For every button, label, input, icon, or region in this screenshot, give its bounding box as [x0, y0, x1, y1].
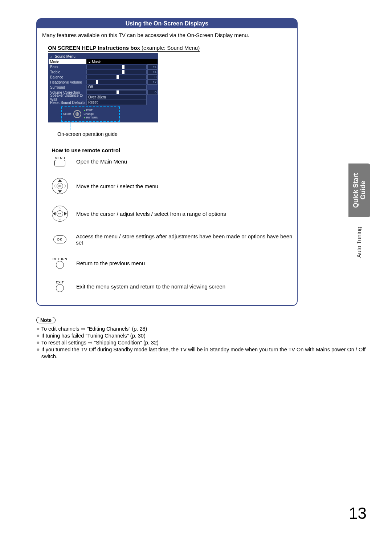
- note-list: ● To edit channels ➡ "Editing Channels" …: [36, 326, 370, 360]
- remote-row-exit: EXIT Exit the menu system and return to …: [52, 280, 297, 292]
- sound-menu-screenshot: Sound Menu Mode Music Bass+4Treble+4Bala…: [48, 53, 158, 122]
- menu-label: Surround: [49, 85, 86, 89]
- tab-quick-start-guide: Quick StartGuide: [348, 163, 370, 217]
- dpad-updown-desc: Move the cursor / select the menu: [76, 183, 158, 189]
- triangle-right-filled-icon: [64, 212, 67, 215]
- exit-desc: Exit the menu system and return to the n…: [76, 283, 225, 290]
- menu-row: Speaker Distance to WallOver 30cm: [49, 95, 158, 100]
- triangle-left-icon: [54, 185, 56, 187]
- menu-field: +4: [86, 69, 158, 74]
- triangle-down-icon: [58, 190, 62, 193]
- triangle-up-icon: [58, 179, 62, 182]
- dpad-ok-icon: OK: [57, 183, 63, 189]
- menu-row-mode: Mode Music: [49, 59, 158, 64]
- menu-row: Reset Sound DefaultsReset: [49, 100, 158, 105]
- slider-track: [86, 75, 147, 79]
- return-button-label: RETURN: [53, 257, 68, 261]
- slider-thumb: [117, 75, 119, 79]
- menu-row: SurroundOff: [49, 85, 158, 90]
- tab-auto-tuning: Auto Tuning: [354, 224, 364, 261]
- left-arrow-icon: [89, 60, 92, 64]
- operation-guide-caption: On-screen operation guide: [57, 131, 297, 137]
- menu-field: Over 30cm: [86, 95, 158, 100]
- guide-select: Select: [63, 112, 71, 116]
- menu-field: Reset: [86, 100, 158, 105]
- menu-label-mode: Mode: [49, 60, 86, 64]
- arrow-right-icon: ➡: [81, 326, 86, 332]
- menu-field: 0: [86, 74, 158, 80]
- bullet-icon: ●: [36, 339, 40, 346]
- side-tabs: Quick StartGuide Auto Tuning: [348, 163, 370, 261]
- menu-value: +4: [147, 64, 158, 69]
- dpad-leftright-icon: OK: [52, 206, 68, 222]
- menu-label: Balance: [49, 75, 86, 79]
- remote-row-dpad-updown: OK Move the cursor / select the menu: [52, 178, 297, 194]
- menu-value: 17: [147, 80, 158, 85]
- slider-track: [86, 90, 147, 94]
- slider-track: [86, 65, 147, 69]
- slider-track: [86, 70, 147, 74]
- arrow-right-icon: ➡: [88, 340, 93, 346]
- slider-thumb: [122, 70, 124, 74]
- help-heading-bold: ON SCREEN HELP Instructions box: [48, 45, 140, 51]
- menu-field: +4: [86, 64, 158, 69]
- bullet-icon: ●: [36, 332, 40, 339]
- menu-row: Balance0: [49, 74, 158, 80]
- guide-return: ● RETURN: [83, 116, 98, 120]
- remote-row-menu: MENU Open the Main Menu: [52, 156, 297, 166]
- operation-guide-box: Select OK ● EXIT Change ● RETURN: [61, 106, 120, 122]
- triangle-left-filled-icon: [53, 212, 56, 215]
- dashed-leader: [70, 122, 78, 130]
- return-desc: Return to the previous menu: [76, 260, 145, 266]
- ok-button-icon: OK: [53, 235, 66, 243]
- slider-thumb: [122, 65, 124, 69]
- exit-button-icon: [56, 284, 64, 292]
- menu-row: Bass+4: [49, 64, 158, 69]
- menu-value: +4: [147, 69, 158, 74]
- dpad-leftright-desc: Move the cursor / adjust levels / select…: [76, 211, 226, 217]
- triangle-up-hollow-icon: [58, 207, 61, 209]
- dpad-updown-icon: OK: [52, 178, 68, 194]
- menu-label: Bass: [49, 65, 86, 69]
- menu-mode-text: Music: [92, 60, 101, 64]
- bullet-icon: ●: [36, 346, 40, 353]
- menu-value: 0: [147, 90, 158, 95]
- help-heading: ON SCREEN HELP Instructions box (example…: [37, 40, 297, 51]
- slider-track: [86, 80, 147, 84]
- remote-row-ok: OK Access the menu / store settings afte…: [52, 233, 297, 246]
- menu-label: Headphone Volume: [49, 80, 86, 84]
- remote-row-return: RETURN Return to the previous menu: [52, 257, 297, 269]
- note-pill: Note: [36, 317, 56, 323]
- menu-value: 0: [147, 74, 158, 80]
- page-number: 13: [349, 504, 367, 522]
- menu-label: Reset Sound Defaults: [49, 101, 86, 105]
- note-item-4: ● If you turned the TV Off during Standb…: [36, 346, 370, 360]
- music-note-icon: [50, 55, 53, 58]
- slider-thumb: [117, 90, 119, 94]
- note-item-1: ● To edit channels ➡ "Editing Channels" …: [36, 326, 370, 332]
- menu-row: Headphone Volume17: [49, 80, 158, 85]
- triangle-down-hollow-icon: [58, 218, 61, 220]
- sound-menu-title: Sound Menu: [55, 54, 75, 58]
- guide-exit: ● EXIT: [83, 109, 98, 112]
- intro-text: Many features available on this TV can b…: [37, 28, 297, 40]
- menu-text-value: Off: [86, 85, 147, 90]
- menu-field: Off: [86, 85, 158, 90]
- note-item-3: ● To reset all settings ➡ "Shipping Cond…: [36, 339, 370, 346]
- help-heading-example: (example: Sound Menu): [140, 45, 200, 51]
- triangle-right-icon: [64, 185, 66, 187]
- menu-value-mode: Music: [86, 59, 158, 64]
- ok-center-icon: OK: [75, 112, 79, 116]
- guide-change: Change: [83, 112, 98, 116]
- bullet-icon: ●: [36, 326, 40, 332]
- menu-label: Treble: [49, 70, 86, 74]
- slider-thumb: [96, 80, 98, 84]
- ok-ring-icon: OK: [73, 110, 81, 118]
- menu-button-label: MENU: [55, 156, 65, 160]
- return-button-icon: [56, 261, 64, 269]
- menu-desc: Open the Main Menu: [76, 158, 127, 165]
- menu-field: 17: [86, 80, 158, 85]
- menu-field: 0: [86, 90, 158, 95]
- dpad-ok-icon-2: OK: [57, 210, 63, 217]
- panel-title: Using the On-Screen Displays: [37, 19, 297, 28]
